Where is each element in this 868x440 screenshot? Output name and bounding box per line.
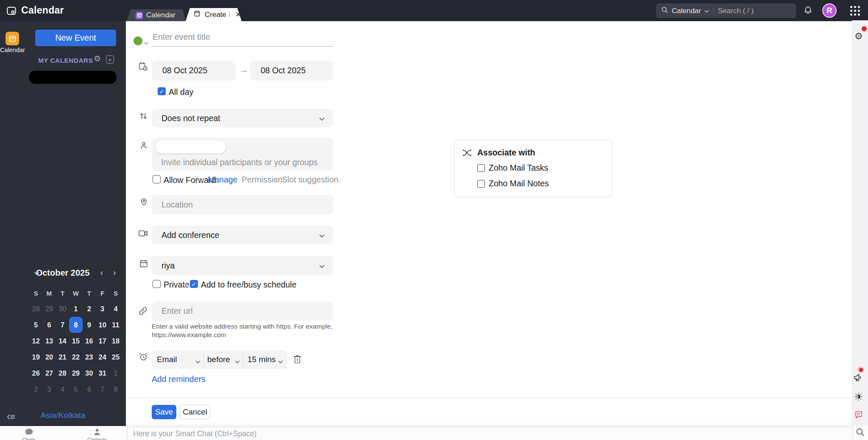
mini-calendar-day[interactable]: 18 [109,333,122,349]
all-day-checkbox[interactable]: ✓ [158,87,166,95]
private-checkbox[interactable] [153,280,161,288]
event-color-swatch[interactable] [134,36,142,45]
mini-calendar-day[interactable]: 6 [83,381,96,397]
mini-calendar-month[interactable]: October 2025 [30,268,96,278]
contacts-label[interactable]: Contacts [82,437,112,440]
prev-month-icon[interactable]: ‹ [97,268,106,277]
calendar-settings-gear-icon[interactable]: ⚙ [94,54,101,63]
timezone-link[interactable]: Asia/Kolkata [22,411,103,420]
mini-calendar-day[interactable]: 7 [96,381,109,397]
mini-calendar-day[interactable]: 2 [83,301,96,317]
avatar[interactable]: R [822,3,837,18]
reminder-time-select[interactable]: 15 mins [248,355,276,364]
end-date-field[interactable]: 08 Oct 2025 [250,61,333,80]
mini-calendar-day[interactable]: 1 [69,301,82,317]
feedback-comment-icon[interactable] [854,411,863,421]
add-calendar-icon[interactable]: + [106,55,114,64]
mini-calendar-day[interactable]: 5 [29,317,42,333]
mini-calendar-day[interactable]: 23 [83,349,96,365]
reminder-type-select[interactable]: Email [157,355,177,364]
mini-calendar-day[interactable]: 10 [96,317,109,333]
mini-calendar-day[interactable]: 26 [29,365,42,381]
mini-calendar-day[interactable]: 17 [96,333,109,349]
event-title-input[interactable] [152,30,333,47]
mini-calendar-day[interactable]: 11 [109,317,122,333]
associate-option[interactable]: Zoho Mail Tasks [477,163,549,173]
notification-bell-icon[interactable] [803,6,813,17]
mini-calendar-day[interactable]: 21 [56,349,69,365]
mini-calendar-day[interactable]: 29 [69,365,82,381]
mini-calendar-day[interactable]: 15 [69,333,82,349]
theme-toggle-icon[interactable] [854,392,863,403]
participants-input[interactable]: Invite individual participants or your g… [152,138,333,171]
delete-reminder-icon[interactable] [293,354,302,366]
smart-chat-input[interactable]: Here is your Smart Chat (Ctrl+Space) [127,427,853,440]
chats-label[interactable]: Chats [14,437,44,440]
save-button[interactable]: Save [152,405,176,419]
url-input[interactable] [152,302,333,321]
free-busy-checkbox[interactable]: ✓ [190,280,198,288]
mini-calendar-day[interactable]: 12 [29,333,42,349]
manage-link[interactable]: Manage [208,175,237,185]
mini-calendar-day[interactable]: 24 [96,349,109,365]
mini-calendar-day[interactable]: 6 [42,317,56,333]
mini-calendar-day[interactable]: 2 [29,381,42,397]
mini-calendar-day[interactable]: 13 [42,333,56,349]
calendar-app-icon[interactable] [6,32,19,45]
reminder-when-select[interactable]: before [207,355,230,364]
mini-calendar-day[interactable]: 9 [83,317,96,333]
repeat-select[interactable]: Does not repeat [152,109,333,127]
collapse-sidebar-icon[interactable] [7,414,15,422]
next-month-icon[interactable]: › [110,268,119,277]
mini-calendar-day[interactable]: 28 [56,365,69,381]
mini-calendar-day[interactable]: 29 [42,301,56,317]
mini-calendar-day[interactable]: 30 [56,301,69,317]
allow-forward-checkbox[interactable] [153,175,161,183]
announcements-megaphone-icon[interactable] [853,373,863,384]
mini-calendar-day[interactable]: 27 [42,365,56,381]
search-scope-label[interactable]: Calendar [672,7,701,15]
mini-calendar-day[interactable]: 19 [29,349,42,365]
checkbox[interactable] [477,180,485,188]
chevron-down-icon[interactable] [144,39,148,47]
search-placeholder[interactable]: Search ( / ) [718,7,754,15]
mini-calendar-day[interactable]: 3 [96,301,109,317]
tab-calendar[interactable]: Calendar [127,9,186,21]
location-input[interactable] [152,195,333,214]
mini-calendar-day[interactable]: 16 [83,333,96,349]
start-date-field[interactable]: 08 Oct 2025 [152,61,236,80]
checkbox[interactable] [477,164,485,172]
mini-calendar-day[interactable]: 3 [42,381,56,397]
add-reminders-link[interactable]: Add reminders [152,374,206,384]
mini-calendar-day[interactable]: 31 [96,365,109,381]
contacts-icon[interactable] [93,428,101,438]
mini-calendar-day[interactable]: 8 [69,317,82,333]
cancel-button[interactable]: Cancel [180,405,210,419]
mini-calendar-day[interactable]: 28 [29,301,42,317]
calendar-select[interactable]: riya [152,256,333,275]
mini-calendar-day[interactable]: 4 [56,381,69,397]
new-event-button[interactable]: New Event [35,30,116,46]
global-search[interactable]: Calendar Search ( / ) [656,3,796,18]
chats-icon[interactable] [25,428,33,438]
participant-chip[interactable] [156,140,226,153]
apps-grid-icon[interactable] [850,6,860,16]
associate-option[interactable]: Zoho Mail Notes [477,179,549,188]
search-icon[interactable] [856,428,865,438]
mini-calendar-day[interactable]: 5 [69,381,82,397]
conference-select[interactable]: Add conference [152,226,333,244]
mini-calendar-day[interactable]: 25 [109,349,122,365]
mini-calendar-day[interactable]: 22 [69,349,82,365]
my-calendar-item[interactable] [29,71,117,84]
mini-calendar-day[interactable]: 8 [109,381,122,397]
tab-create-event[interactable]: Create Eve ✕ [186,8,242,21]
mini-calendar-day[interactable]: 20 [42,349,56,365]
mini-calendar-day[interactable]: 30 [83,365,96,381]
mini-calendar-day[interactable]: 7 [56,317,69,333]
close-tab-icon[interactable]: ✕ [235,11,241,18]
slot-suggestion-link[interactable]: Slot suggestion [282,175,338,185]
mini-calendar-day[interactable]: 1 [109,365,122,381]
settings-gear-icon[interactable]: ⚙ [854,31,863,42]
mini-calendar-day[interactable]: 4 [109,301,122,317]
mini-calendar-day[interactable]: 14 [56,333,69,349]
